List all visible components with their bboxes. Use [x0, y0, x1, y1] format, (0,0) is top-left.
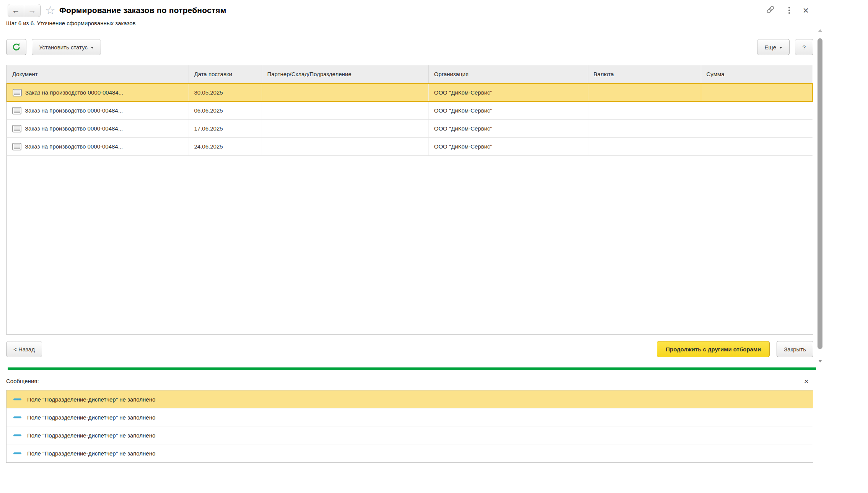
organization-cell: ООО "ДиКом-Сервис"	[428, 137, 588, 155]
page-title: Формирование заказов по потребностям	[59, 6, 226, 15]
message-text: Поле "Подразделение-диспетчер" не заполн…	[27, 450, 155, 457]
step-subtitle: Шаг 6 из 6. Уточнение сформированных зак…	[6, 20, 868, 26]
close-button[interactable]: Закрыть	[777, 341, 813, 357]
message-dash-icon	[13, 398, 21, 400]
messages-title: Сообщения:	[6, 378, 39, 384]
table-row[interactable]: Заказ на производство 0000-00484... 17.0…	[7, 119, 813, 137]
document-cell: Заказ на производство 0000-00484...	[25, 125, 123, 132]
scrollbar-thumb[interactable]	[818, 38, 822, 349]
continue-button[interactable]: Продолжить с другими отборами	[657, 341, 770, 357]
column-header-organization[interactable]: Организация	[428, 65, 588, 83]
chevron-down-icon	[779, 47, 782, 49]
link-icon[interactable]	[765, 5, 775, 16]
document-icon	[12, 125, 21, 132]
refresh-icon	[11, 42, 21, 52]
window-close-button[interactable]: ×	[803, 5, 809, 15]
messages-list: Поле "Подразделение-диспетчер" не заполн…	[6, 390, 813, 463]
orders-grid: Документ Дата поставки Партнер/Склад/Под…	[6, 65, 813, 335]
set-status-button[interactable]: Установить статус	[32, 39, 101, 55]
message-item[interactable]: Поле "Подразделение-диспетчер" не заполн…	[7, 408, 813, 426]
favorite-star-icon[interactable]: ☆	[45, 5, 55, 16]
currency-cell	[588, 137, 701, 155]
title-bar: ← → ☆ Формирование заказов по потребност…	[0, 0, 868, 18]
column-header-delivery-date[interactable]: Дата поставки	[189, 65, 262, 83]
table-row[interactable]: Заказ на производство 0000-00484... 24.0…	[7, 137, 813, 155]
continue-label: Продолжить с другими отборами	[666, 346, 761, 353]
message-item[interactable]: Поле "Подразделение-диспетчер" не заполн…	[7, 426, 813, 444]
organization-cell: ООО "ДиКом-Сервис"	[428, 119, 588, 137]
back-arrow-icon: ←	[12, 6, 20, 15]
toolbar: Установить статус Еще ?	[6, 39, 813, 55]
delivery-date-cell: 17.06.2025	[189, 119, 262, 137]
kebab-menu-icon[interactable]	[787, 5, 791, 15]
refresh-button[interactable]	[6, 39, 26, 55]
forward-button[interactable]: →	[24, 4, 40, 17]
amount-cell	[701, 101, 813, 119]
help-label: ?	[803, 44, 806, 51]
delivery-date-cell: 06.06.2025	[189, 101, 262, 119]
more-label: Еще	[764, 44, 776, 51]
message-item[interactable]: Поле "Подразделение-диспетчер" не заполн…	[7, 444, 813, 462]
forward-arrow-icon: →	[28, 6, 36, 15]
amount-cell	[701, 119, 813, 137]
close-label: Закрыть	[784, 346, 806, 353]
history-nav: ← →	[8, 4, 41, 17]
amount-cell	[701, 137, 813, 155]
message-text: Поле "Подразделение-диспетчер" не заполн…	[27, 396, 155, 403]
partner-cell	[262, 101, 428, 119]
chevron-down-icon	[91, 47, 94, 49]
document-icon	[13, 89, 22, 96]
messages-header: Сообщения: ×	[6, 377, 813, 385]
message-dash-icon	[13, 434, 21, 436]
delivery-date-cell: 30.05.2025	[189, 83, 262, 101]
back-step-label: < Назад	[13, 346, 35, 353]
back-button[interactable]: ←	[8, 4, 24, 17]
column-header-document[interactable]: Документ	[7, 65, 189, 83]
amount-cell	[701, 83, 813, 101]
column-header-currency[interactable]: Валюта	[588, 65, 701, 83]
message-item[interactable]: Поле "Подразделение-диспетчер" не заполн…	[7, 390, 813, 408]
window-actions: ×	[765, 5, 809, 16]
currency-cell	[588, 83, 701, 101]
more-button[interactable]: Еще	[757, 39, 790, 55]
column-header-amount[interactable]: Сумма	[701, 65, 813, 83]
message-text: Поле "Подразделение-диспетчер" не заполн…	[27, 432, 155, 439]
partner-cell	[262, 137, 428, 155]
table-row[interactable]: Заказ на производство 0000-00484... 30.0…	[7, 83, 813, 101]
wizard-footer: < Назад Продолжить с другими отборами За…	[6, 341, 813, 357]
document-icon	[12, 107, 21, 114]
messages-close-button[interactable]: ×	[804, 377, 813, 385]
grid-header-row: Документ Дата поставки Партнер/Склад/Под…	[7, 65, 813, 83]
column-header-partner[interactable]: Партнер/Склад/Подразделение	[262, 65, 428, 83]
partner-cell	[262, 119, 428, 137]
back-step-button[interactable]: < Назад	[6, 341, 42, 357]
help-button[interactable]: ?	[795, 39, 813, 55]
document-cell: Заказ на производство 0000-00484...	[25, 107, 123, 114]
green-progress-divider	[8, 367, 816, 370]
vertical-scrollbar[interactable]	[817, 28, 823, 366]
document-icon	[12, 143, 21, 150]
set-status-label: Установить статус	[39, 44, 88, 51]
table-row[interactable]: Заказ на производство 0000-00484... 06.0…	[7, 101, 813, 119]
scroll-down-arrow-icon[interactable]	[818, 360, 822, 362]
currency-cell	[588, 119, 701, 137]
message-dash-icon	[13, 452, 21, 454]
delivery-date-cell: 24.06.2025	[189, 137, 262, 155]
currency-cell	[588, 101, 701, 119]
document-cell: Заказ на производство 0000-00484...	[25, 143, 123, 150]
partner-cell	[262, 83, 428, 101]
message-text: Поле "Подразделение-диспетчер" не заполн…	[27, 414, 155, 421]
scroll-up-arrow-icon[interactable]	[818, 29, 822, 32]
message-dash-icon	[13, 416, 21, 418]
document-cell: Заказ на производство 0000-00484...	[25, 89, 123, 96]
organization-cell: ООО "ДиКом-Сервис"	[428, 83, 588, 101]
organization-cell: ООО "ДиКом-Сервис"	[428, 101, 588, 119]
